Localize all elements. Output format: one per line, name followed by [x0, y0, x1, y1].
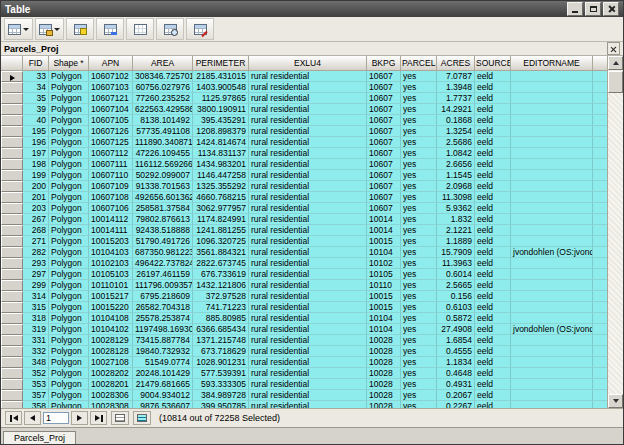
row-selector[interactable] — [1, 115, 23, 126]
cell[interactable]: 3800.190911 — [193, 104, 249, 115]
cell[interactable]: 687350.981223 — [133, 247, 193, 258]
cell[interactable]: yes — [401, 71, 437, 82]
column-header-area[interactable]: AREA — [133, 56, 193, 71]
cell[interactable] — [511, 159, 593, 170]
cell[interactable]: Polygon — [49, 137, 89, 148]
cell[interactable]: eeld — [475, 214, 511, 225]
cell[interactable]: 1028.901231 — [193, 357, 249, 368]
maximize-button[interactable] — [585, 2, 601, 16]
cell[interactable]: 10607 — [367, 148, 401, 159]
cell[interactable]: 2.0968 — [437, 181, 475, 192]
cell[interactable]: 10607125 — [89, 137, 133, 148]
cell[interactable]: Polygon — [49, 225, 89, 236]
cell[interactable]: 0.1868 — [437, 115, 475, 126]
row-selector[interactable] — [1, 159, 23, 170]
cell[interactable]: eeld — [475, 247, 511, 258]
cell[interactable]: 10015 — [367, 302, 401, 313]
cell[interactable]: 1424.814674 — [193, 137, 249, 148]
cell[interactable] — [511, 379, 593, 390]
cell[interactable]: 1434.983201 — [193, 159, 249, 170]
row-selector[interactable] — [1, 192, 23, 203]
row-selector[interactable] — [1, 302, 23, 313]
cell[interactable]: eeld — [475, 159, 511, 170]
row-selector[interactable] — [1, 401, 23, 408]
cell[interactable]: eeld — [475, 170, 511, 181]
cell[interactable]: 492656.601362 — [133, 192, 193, 203]
cell[interactable]: 1096.320725 — [193, 236, 249, 247]
cell[interactable]: 11.3963 — [437, 258, 475, 269]
cell[interactable]: 15.7909 — [437, 247, 475, 258]
cell[interactable]: 10104103 — [89, 247, 133, 258]
delete-selected-button[interactable] — [186, 18, 214, 40]
cell[interactable]: 195 — [23, 126, 49, 137]
cell[interactable]: yes — [401, 93, 437, 104]
cell[interactable]: yes — [401, 401, 437, 408]
cell[interactable]: 1174.824991 — [193, 214, 249, 225]
cell[interactable]: rural residential — [249, 82, 367, 93]
cell[interactable]: 308346.725701 — [133, 71, 193, 82]
cell[interactable]: rural residential — [249, 280, 367, 291]
cell[interactable]: 10014 — [367, 225, 401, 236]
cell[interactable]: 885.80985 — [193, 313, 249, 324]
cell[interactable]: eeld — [475, 104, 511, 115]
row-selector[interactable] — [1, 313, 23, 324]
bottom-tab-parcels-proj[interactable]: Parcels_Proj — [3, 431, 76, 444]
cell[interactable]: 676.733619 — [193, 269, 249, 280]
row-selector[interactable] — [1, 71, 23, 82]
cell[interactable]: 10102103 — [89, 258, 133, 269]
cell[interactable] — [511, 280, 593, 291]
cell[interactable]: 1125.97865 — [193, 93, 249, 104]
cell[interactable]: eeld — [475, 225, 511, 236]
cell[interactable]: eeld — [475, 280, 511, 291]
cell[interactable]: yes — [401, 104, 437, 115]
cell[interactable]: yes — [401, 280, 437, 291]
cell[interactable]: eeld — [475, 82, 511, 93]
cell[interactable]: 10014111 — [89, 225, 133, 236]
cell[interactable]: Polygon — [49, 324, 89, 335]
cell[interactable] — [511, 93, 593, 104]
zoom-to-selected-button[interactable] — [156, 18, 184, 40]
cell[interactable]: rural residential — [249, 346, 367, 357]
cell[interactable]: 1432.121806 — [193, 280, 249, 291]
cell[interactable] — [511, 258, 593, 269]
cell[interactable]: Polygon — [49, 269, 89, 280]
cell[interactable]: eeld — [475, 71, 511, 82]
cell[interactable]: 10105 — [367, 269, 401, 280]
cell[interactable]: 10015203 — [89, 236, 133, 247]
cell[interactable]: rural residential — [249, 225, 367, 236]
cell[interactable]: 25578.253874 — [133, 313, 193, 324]
cell[interactable]: yes — [401, 390, 437, 401]
row-selector[interactable] — [1, 368, 23, 379]
cell[interactable]: 7.0787 — [437, 71, 475, 82]
cell[interactable]: 282 — [23, 247, 49, 258]
cell[interactable]: rural residential — [249, 401, 367, 408]
cell[interactable]: 33 — [23, 71, 49, 82]
cell[interactable]: 577.539391 — [193, 368, 249, 379]
cell[interactable] — [511, 82, 593, 93]
cell[interactable]: Polygon — [49, 148, 89, 159]
cell[interactable]: 10028 — [367, 346, 401, 357]
cell[interactable]: rural residential — [249, 258, 367, 269]
cell[interactable]: 1.1889 — [437, 236, 475, 247]
cell[interactable]: 10028308 — [89, 401, 133, 408]
cell[interactable]: yes — [401, 368, 437, 379]
cell[interactable]: 10028201 — [89, 379, 133, 390]
cell[interactable]: Polygon — [49, 170, 89, 181]
row-selector-header[interactable] — [1, 56, 23, 71]
cell[interactable]: 10028128 — [89, 346, 133, 357]
cell[interactable]: 10607109 — [89, 181, 133, 192]
cell[interactable]: 10607 — [367, 82, 401, 93]
cell[interactable]: yes — [401, 291, 437, 302]
cell[interactable]: 293 — [23, 258, 49, 269]
cell[interactable]: 1146.447258 — [193, 170, 249, 181]
cell[interactable]: 73415.887784 — [133, 335, 193, 346]
column-header-acres[interactable]: ACRES — [437, 56, 475, 71]
cell[interactable]: 10110101 — [89, 280, 133, 291]
cell[interactable]: 27.4908 — [437, 324, 475, 335]
cell[interactable]: yes — [401, 335, 437, 346]
cell[interactable]: 2185.431015 — [193, 71, 249, 82]
row-selector[interactable] — [1, 214, 23, 225]
cell[interactable]: Polygon — [49, 401, 89, 408]
cell[interactable]: 0.156 — [437, 291, 475, 302]
cell[interactable]: jvondohlen (OS:jvondohl — [511, 247, 593, 258]
